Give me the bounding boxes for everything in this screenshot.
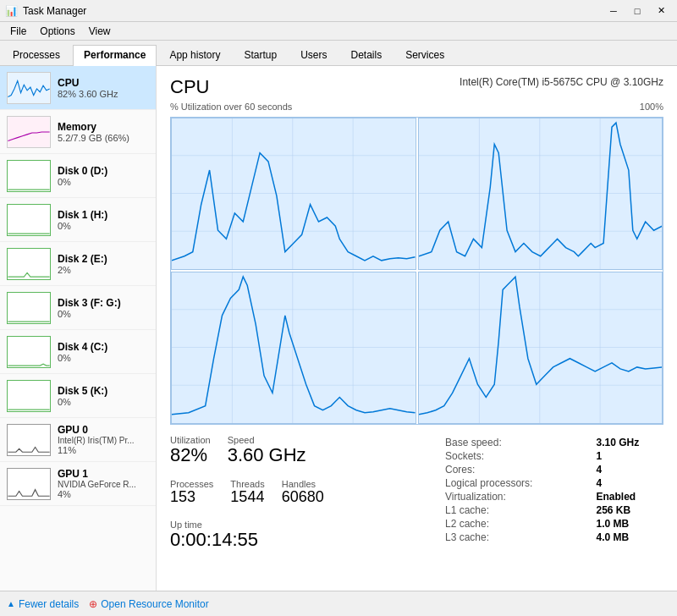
bottom-bar: ▲ Fewer details ⊕ Open Resource Monitor [0,591,677,616]
title-bar: 📊 Task Manager ─ □ ✕ [0,0,677,22]
sidebar-item-disk2[interactable]: Disk 2 (E:) 2% [0,242,156,286]
monitor-icon: ⊕ [89,598,97,610]
detail-l1: L1 cache: 256 KB [445,504,662,516]
window-title: Task Manager [23,5,86,17]
tab-services[interactable]: Services [394,45,455,66]
svg-rect-7 [8,381,49,411]
stats-right: Base speed: 3.10 GHz Sockets: 1 Cores: 4… [443,435,663,557]
sidebar-item-gpu0[interactable]: GPU 0 Intel(R) Iris(TM) Pr... 11% [0,418,156,462]
disk0-thumbnail [7,160,51,192]
open-resource-monitor-link[interactable]: ⊕ Open Resource Monitor [89,598,208,610]
speed-group: Speed 3.60 GHz [228,435,306,465]
detail-table: Base speed: 3.10 GHz Sockets: 1 Cores: 4… [443,435,663,545]
close-button[interactable]: ✕ [650,3,672,19]
utilization-value: 82% [170,445,211,465]
gpu1-sidebar-sublabel: NVIDIA GeForce R... [58,480,149,489]
l2-value: 1.0 MB [596,518,662,530]
disk1-thumbnail [7,204,51,236]
memory-sidebar-label: Memory [58,121,149,133]
detail-logical: Logical processors: 4 [445,477,662,489]
handles-value: 60680 [282,489,324,506]
svg-rect-10 [172,118,416,269]
gpu0-thumbnail [7,424,51,456]
tab-app-history[interactable]: App history [158,45,231,66]
tab-details[interactable]: Details [339,45,393,66]
tab-processes[interactable]: Processes [2,45,71,66]
l1-value: 256 KB [596,504,662,516]
disk4-sidebar-label: Disk 4 (C:) [58,341,149,353]
proc-thread-handle-row: Processes 153 Threads 1544 Handles 60680 [170,479,443,513]
gpu0-sidebar-value: 11% [58,445,149,455]
processes-value: 153 [170,489,213,506]
memory-sidebar-value: 5.2/7.9 GB (66%) [58,133,149,143]
sockets-label: Sockets: [445,450,594,462]
disk1-sidebar-info: Disk 1 (H:) 0% [58,209,149,231]
cpu-chart-bl [171,272,416,424]
stats-section: Utilization 82% Speed 3.60 GHz Processes… [170,435,663,557]
cpu-thumbnail [7,72,51,104]
gpu0-sidebar-label: GPU 0 [58,424,149,436]
cpu-header: CPU Intel(R) Core(TM) i5-5675C CPU @ 3.1… [170,76,663,98]
virt-label: Virtualization: [445,491,594,503]
sidebar: CPU 82% 3.60 GHz Memory 5.2/7.9 GB (66%) [0,66,157,591]
tab-startup[interactable]: Startup [233,45,288,66]
sidebar-item-disk5[interactable]: Disk 5 (K:) 0% [0,374,156,418]
app-icon: 📊 [5,5,18,17]
disk3-sidebar-label: Disk 3 (F: G:) [58,297,149,309]
window-controls: ─ □ ✕ [603,3,672,19]
virt-value: Enabled [596,491,662,503]
threads-group: Threads 1544 [230,479,264,506]
menu-options[interactable]: Options [33,24,81,38]
sidebar-item-disk3[interactable]: Disk 3 (F: G:) 0% [0,286,156,330]
gpu0-sidebar-info: GPU 0 Intel(R) Iris(TM) Pr... 11% [58,424,149,455]
gpu1-sidebar-info: GPU 1 NVIDIA GeForce R... 4% [58,468,149,499]
detail-virt: Virtualization: Enabled [445,491,662,503]
stats-left: Utilization 82% Speed 3.60 GHz Processes… [170,435,443,557]
sidebar-item-memory[interactable]: Memory 5.2/7.9 GB (66%) [0,110,156,154]
chevron-up-icon: ▲ [7,599,15,608]
sidebar-item-disk1[interactable]: Disk 1 (H:) 0% [0,198,156,242]
disk3-sidebar-info: Disk 3 (F: G:) 0% [58,297,149,319]
fewer-details-link[interactable]: ▲ Fewer details [7,598,79,610]
cpu-sidebar-info: CPU 82% 3.60 GHz [58,77,149,99]
memory-sidebar-info: Memory 5.2/7.9 GB (66%) [58,121,149,143]
threads-value: 1544 [230,489,264,506]
sidebar-item-cpu[interactable]: CPU 82% 3.60 GHz [0,66,156,110]
tab-performance[interactable]: Performance [73,45,157,66]
base-speed-value: 3.10 GHz [596,437,662,448]
cores-label: Cores: [445,464,594,476]
l3-value: 4.0 MB [596,531,662,543]
svg-rect-31 [419,272,663,423]
svg-rect-8 [8,425,49,455]
gpu0-sidebar-sublabel: Intel(R) Iris(TM) Pr... [58,436,149,445]
svg-rect-3 [8,205,49,235]
disk5-sidebar-value: 0% [58,397,149,407]
cpu-model-text: Intel(R) Core(TM) i5-5675C CPU @ 3.10GHz [460,76,663,88]
maximize-button[interactable]: □ [626,3,648,19]
disk3-sidebar-value: 0% [58,309,149,319]
disk5-sidebar-label: Disk 5 (K:) [58,385,149,397]
uptime-group: Up time 0:00:14:55 [170,520,443,550]
svg-rect-2 [8,161,49,191]
handles-group: Handles 60680 [282,479,324,506]
l1-label: L1 cache: [445,504,594,516]
tab-users[interactable]: Users [289,45,338,66]
disk1-sidebar-label: Disk 1 (H:) [58,209,149,221]
sidebar-item-disk0[interactable]: Disk 0 (D:) 0% [0,154,156,198]
svg-rect-24 [172,272,416,423]
cpu-title-text: CPU [170,76,209,98]
disk0-sidebar-info: Disk 0 (D:) 0% [58,165,149,187]
l2-label: L2 cache: [445,518,594,530]
title-bar-left: 📊 Task Manager [5,5,86,17]
detail-sockets: Sockets: 1 [445,450,662,462]
gpu1-thumbnail [7,468,51,500]
minimize-button[interactable]: ─ [603,3,625,19]
sidebar-item-disk4[interactable]: Disk 4 (C:) 0% [0,330,156,374]
menu-view[interactable]: View [82,24,118,38]
detail-l3: L3 cache: 4.0 MB [445,531,662,543]
disk3-thumbnail [7,292,51,324]
sidebar-item-gpu1[interactable]: GPU 1 NVIDIA GeForce R... 4% [0,462,156,506]
svg-rect-9 [8,469,49,499]
menu-file[interactable]: File [3,24,33,38]
detail-cores: Cores: 4 [445,464,662,476]
